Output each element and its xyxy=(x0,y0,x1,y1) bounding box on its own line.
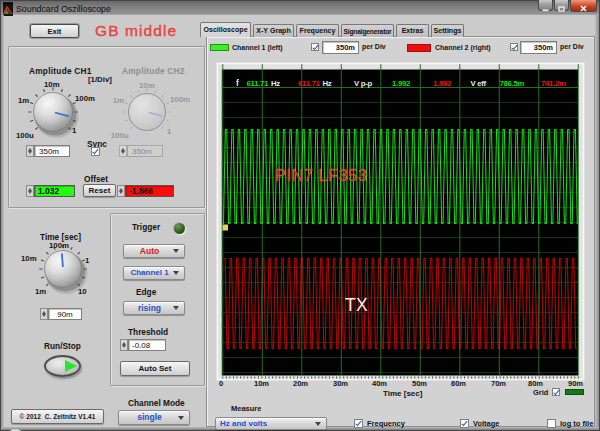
svg-text:1.992: 1.992 xyxy=(392,79,411,88)
svg-text:741.2m: 741.2m xyxy=(541,79,566,88)
svg-text:PIN7 LF353: PIN7 LF353 xyxy=(275,166,368,184)
svg-text:Hz: Hz xyxy=(323,79,332,88)
svg-text:TX: TX xyxy=(345,295,368,315)
svg-text:611.71: 611.71 xyxy=(298,79,321,88)
svg-text:Hz: Hz xyxy=(271,79,280,88)
svg-text:786.5m: 786.5m xyxy=(500,79,525,88)
svg-text:1.992: 1.992 xyxy=(433,79,452,88)
svg-text:611.71: 611.71 xyxy=(247,79,270,88)
svg-text:V eff: V eff xyxy=(471,79,487,88)
svg-text:V p-p: V p-p xyxy=(354,79,373,88)
